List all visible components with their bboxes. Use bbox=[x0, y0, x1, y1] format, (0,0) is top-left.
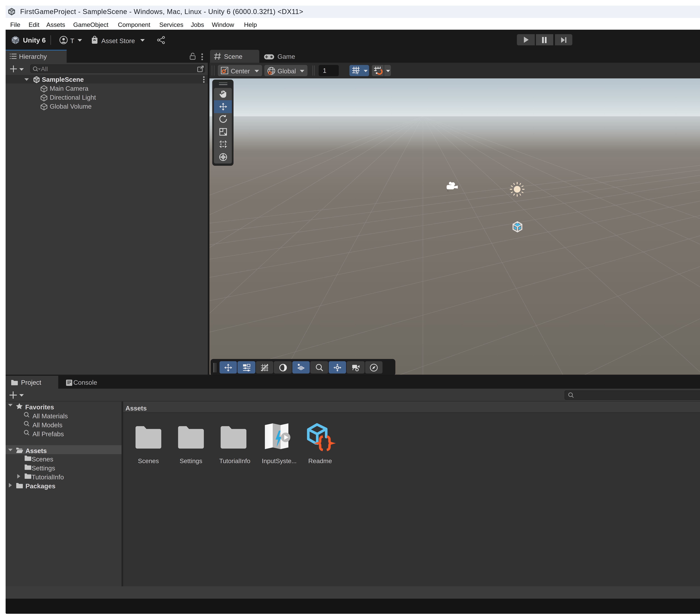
svg-text:Y: Y bbox=[356, 71, 359, 75]
